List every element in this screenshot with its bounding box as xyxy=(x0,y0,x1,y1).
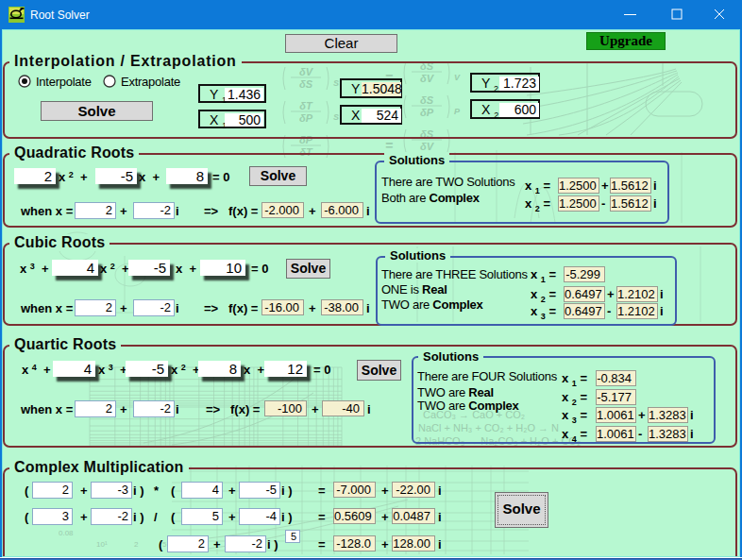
svg-text:=: = xyxy=(385,138,393,153)
svg-text:δV: δV xyxy=(420,141,435,152)
